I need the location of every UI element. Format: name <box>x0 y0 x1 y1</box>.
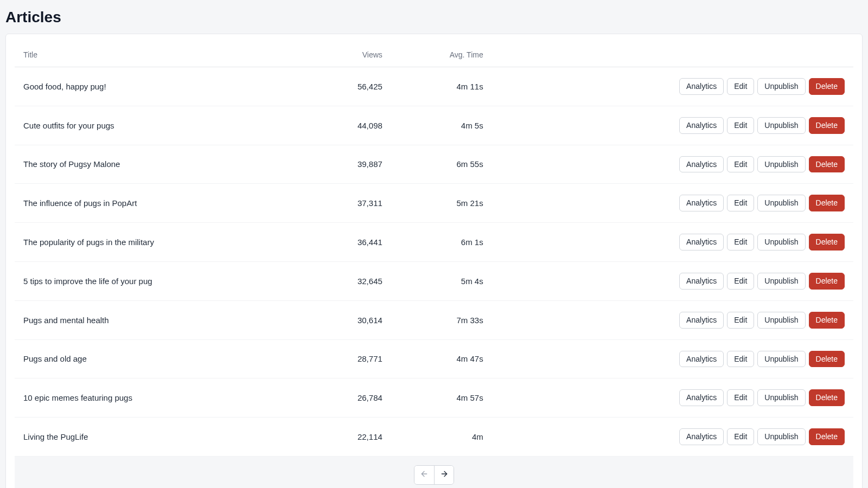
delete-button[interactable]: Delete <box>809 312 845 329</box>
edit-button[interactable]: Edit <box>727 312 754 329</box>
analytics-button[interactable]: Analytics <box>679 273 724 290</box>
analytics-button[interactable]: Analytics <box>679 195 724 211</box>
edit-button[interactable]: Edit <box>727 78 754 95</box>
edit-button[interactable]: Edit <box>727 195 754 211</box>
cell-views: 36,441 <box>308 223 391 262</box>
col-avg-time: Avg. Time <box>391 43 492 67</box>
cell-views: 30,614 <box>308 300 391 339</box>
cell-actions: AnalyticsEditUnpublishDelete <box>492 67 853 106</box>
unpublish-button[interactable]: Unpublish <box>757 78 805 95</box>
cell-views: 37,311 <box>308 184 391 223</box>
page-title: Articles <box>5 9 863 26</box>
cell-actions: AnalyticsEditUnpublishDelete <box>492 261 853 300</box>
edit-button[interactable]: Edit <box>727 351 754 368</box>
cell-views: 22,114 <box>308 418 391 457</box>
table-row: Pugs and mental health30,6147m 33sAnalyt… <box>15 300 853 339</box>
col-views: Views <box>308 43 391 67</box>
delete-button[interactable]: Delete <box>809 156 845 173</box>
cell-actions: AnalyticsEditUnpublishDelete <box>492 418 853 457</box>
cell-actions: AnalyticsEditUnpublishDelete <box>492 300 853 339</box>
arrow-right-icon <box>440 470 449 480</box>
pagination <box>23 465 845 485</box>
unpublish-button[interactable]: Unpublish <box>757 156 805 173</box>
cell-actions: AnalyticsEditUnpublishDelete <box>492 145 853 184</box>
cell-views: 26,784 <box>308 378 391 418</box>
cell-avg-time: 5m 4s <box>391 261 492 300</box>
cell-avg-time: 6m 55s <box>391 145 492 184</box>
cell-title: The story of Pugsy Malone <box>15 145 308 184</box>
table-row: Living the PugLife22,1144mAnalyticsEditU… <box>15 418 853 457</box>
table-row: The story of Pugsy Malone39,8876m 55sAna… <box>15 145 853 184</box>
edit-button[interactable]: Edit <box>727 428 754 445</box>
delete-button[interactable]: Delete <box>809 389 845 406</box>
analytics-button[interactable]: Analytics <box>679 78 724 95</box>
cell-avg-time: 4m 57s <box>391 378 492 418</box>
cell-title: 10 epic memes featuring pugs <box>15 378 308 418</box>
edit-button[interactable]: Edit <box>727 234 754 251</box>
unpublish-button[interactable]: Unpublish <box>757 234 805 251</box>
table-row: Pugs and old age28,7714m 47sAnalyticsEdi… <box>15 339 853 378</box>
cell-views: 39,887 <box>308 145 391 184</box>
articles-table: Title Views Avg. Time Good food, happy p… <box>15 43 853 488</box>
delete-button[interactable]: Delete <box>809 428 845 445</box>
delete-button[interactable]: Delete <box>809 78 845 95</box>
cell-actions: AnalyticsEditUnpublishDelete <box>492 223 853 262</box>
analytics-button[interactable]: Analytics <box>679 234 724 251</box>
cell-views: 28,771 <box>308 339 391 378</box>
edit-button[interactable]: Edit <box>727 156 754 173</box>
cell-views: 44,098 <box>308 106 391 145</box>
table-header-row: Title Views Avg. Time <box>15 43 853 67</box>
delete-button[interactable]: Delete <box>809 351 845 368</box>
articles-card: Title Views Avg. Time Good food, happy p… <box>5 34 863 488</box>
delete-button[interactable]: Delete <box>809 234 845 251</box>
analytics-button[interactable]: Analytics <box>679 351 724 368</box>
edit-button[interactable]: Edit <box>727 389 754 406</box>
unpublish-button[interactable]: Unpublish <box>757 389 805 406</box>
cell-avg-time: 4m <box>391 418 492 457</box>
cell-avg-time: 4m 47s <box>391 339 492 378</box>
cell-title: The popularity of pugs in the military <box>15 223 308 262</box>
pagination-group <box>414 465 454 485</box>
unpublish-button[interactable]: Unpublish <box>757 273 805 290</box>
table-row: 5 tips to improve the life of your pug32… <box>15 261 853 300</box>
edit-button[interactable]: Edit <box>727 117 754 134</box>
delete-button[interactable]: Delete <box>809 273 845 290</box>
cell-title: Pugs and mental health <box>15 300 308 339</box>
cell-actions: AnalyticsEditUnpublishDelete <box>492 184 853 223</box>
unpublish-button[interactable]: Unpublish <box>757 312 805 329</box>
cell-title: The influence of pugs in PopArt <box>15 184 308 223</box>
unpublish-button[interactable]: Unpublish <box>757 195 805 211</box>
cell-views: 56,425 <box>308 67 391 106</box>
cell-title: 5 tips to improve the life of your pug <box>15 261 308 300</box>
cell-title: Pugs and old age <box>15 339 308 378</box>
cell-actions: AnalyticsEditUnpublishDelete <box>492 106 853 145</box>
cell-title: Good food, happy pug! <box>15 67 308 106</box>
unpublish-button[interactable]: Unpublish <box>757 351 805 368</box>
cell-views: 32,645 <box>308 261 391 300</box>
analytics-button[interactable]: Analytics <box>679 312 724 329</box>
analytics-button[interactable]: Analytics <box>679 117 724 134</box>
analytics-button[interactable]: Analytics <box>679 156 724 173</box>
cell-avg-time: 5m 21s <box>391 184 492 223</box>
unpublish-button[interactable]: Unpublish <box>757 428 805 445</box>
cell-avg-time: 4m 5s <box>391 106 492 145</box>
cell-title: Cute outfits for your pugs <box>15 106 308 145</box>
edit-button[interactable]: Edit <box>727 273 754 290</box>
unpublish-button[interactable]: Unpublish <box>757 117 805 134</box>
col-actions <box>492 43 853 67</box>
cell-avg-time: 7m 33s <box>391 300 492 339</box>
next-page-button[interactable] <box>434 466 454 484</box>
analytics-button[interactable]: Analytics <box>679 428 724 445</box>
cell-avg-time: 6m 1s <box>391 223 492 262</box>
table-row: Cute outfits for your pugs44,0984m 5sAna… <box>15 106 853 145</box>
cell-actions: AnalyticsEditUnpublishDelete <box>492 378 853 418</box>
delete-button[interactable]: Delete <box>809 195 845 211</box>
cell-avg-time: 4m 11s <box>391 67 492 106</box>
table-row: The influence of pugs in PopArt37,3115m … <box>15 184 853 223</box>
cell-actions: AnalyticsEditUnpublishDelete <box>492 339 853 378</box>
table-row: 10 epic memes featuring pugs26,7844m 57s… <box>15 378 853 418</box>
col-title: Title <box>15 43 308 67</box>
prev-page-button[interactable] <box>414 466 434 484</box>
delete-button[interactable]: Delete <box>809 117 845 134</box>
analytics-button[interactable]: Analytics <box>679 389 724 406</box>
